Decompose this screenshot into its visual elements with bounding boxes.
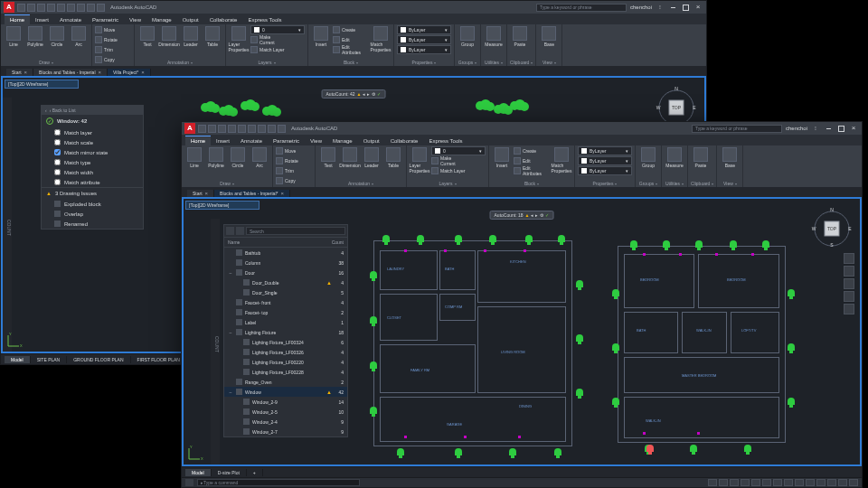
app-logo[interactable]: A (184, 123, 195, 134)
ribbon-btn-dimension[interactable]: Dimension (340, 146, 360, 177)
ribbon-btn-circle[interactable]: Circle (47, 25, 67, 56)
ribbon-btn-trim[interactable]: Trim (276, 166, 312, 175)
match-option[interactable]: Match type (42, 157, 143, 167)
share-icon[interactable]: ⁝ (656, 4, 665, 12)
ribbon-btn-move[interactable]: Move (276, 146, 312, 155)
ribbon-btn-create[interactable]: Create (514, 146, 550, 155)
window-minimize[interactable] (668, 4, 677, 12)
ribbon-btn-leader[interactable]: Leader (362, 146, 382, 177)
ribbon-btn-paste[interactable]: Paste (691, 146, 711, 177)
tree-row[interactable]: Window_2-9 14 (224, 397, 347, 407)
ribbon-tab-express-tools[interactable]: Express Tools (242, 14, 287, 24)
viewcube[interactable]: TOP N S W E (811, 206, 853, 248)
ribbon-btn-insert[interactable]: Insert (492, 146, 512, 177)
close-tab-icon[interactable]: × (99, 70, 102, 75)
count-palette-strip[interactable]: COUNT (211, 219, 220, 465)
ribbon-btn-measure[interactable]: Measure (484, 25, 504, 56)
ribbon-tab-home[interactable]: Home (5, 14, 30, 24)
layout-tab[interactable]: D-size Plot (212, 469, 247, 476)
ribbon-btn-arc[interactable]: Arc (69, 25, 89, 56)
status-bar-toggles[interactable] (708, 479, 858, 486)
ribbon-dropdown[interactable]: ByLayer▾ (578, 166, 632, 175)
tree-toolbar[interactable]: Search (224, 225, 347, 238)
ribbon-btn-polyline[interactable]: Polyline (206, 146, 226, 177)
quick-access-toolbar[interactable] (17, 4, 105, 12)
signed-in-user[interactable]: chenchoi (630, 5, 652, 10)
quick-access-toolbar[interactable] (198, 125, 286, 133)
tree-row[interactable]: Lighting Fixture_LF00220 4 (224, 357, 347, 367)
tree-search[interactable]: Search (246, 227, 345, 235)
close-tab-icon[interactable]: × (205, 191, 209, 196)
ribbon-tab-express-tools[interactable]: Express Tools (423, 136, 467, 145)
share-icon[interactable]: ⁝ (811, 125, 820, 133)
ribbon-tab-manage[interactable]: Manage (327, 136, 358, 145)
tree-row[interactable]: Door_Double ▲ 4 (224, 277, 347, 287)
close-tab-icon[interactable]: × (24, 70, 28, 75)
command-history-icon[interactable] (185, 479, 193, 486)
viewport-label[interactable]: [Top][2D Wireframe] (5, 80, 79, 89)
autocount-badge[interactable]: AutoCount: 18 ▲ ◂▸ ⚙ ✓ (490, 211, 554, 220)
ribbon-tab-collaborate[interactable]: Collaborate (204, 14, 243, 24)
navigation-bar[interactable] (844, 253, 854, 314)
ribbon-dropdown[interactable]: 0▾ (431, 146, 486, 155)
tree-row[interactable]: Bathtub 4 (224, 248, 347, 258)
help-search[interactable]: Type a keyword or phrase (692, 125, 782, 133)
ribbon-btn-move[interactable]: Move (95, 25, 131, 34)
ribbon-btn-edit[interactable]: Edit (333, 35, 369, 44)
viewport-label[interactable]: [Top][2D Wireframe] (185, 201, 259, 210)
ribbon-btn-trim[interactable]: Trim (95, 45, 131, 54)
tree-row[interactable]: Window_2-5 10 (224, 407, 347, 417)
window-maximize[interactable] (836, 125, 845, 133)
tree-row[interactable]: Lighting Fixture_LF00228 4 (224, 367, 347, 377)
ribbon-tab-parametric[interactable]: Parametric (87, 14, 124, 24)
ribbon-tab-annotate[interactable]: Annotate (54, 14, 87, 24)
ribbon-tab-manage[interactable]: Manage (146, 14, 177, 24)
layout-tab[interactable]: Model (185, 469, 212, 476)
file-tab[interactable]: Blocks and Tables - Imperial*× (214, 190, 290, 197)
ribbon-dropdown[interactable]: 0▾ (250, 25, 305, 34)
drawing-area[interactable]: [Top][2D Wireframe] AutoCount: 18 ▲ ◂▸ ⚙… (182, 197, 862, 466)
ribbon-btn-line[interactable]: Line (184, 146, 204, 177)
ribbon-btn-line[interactable]: Line (4, 25, 24, 56)
ribbon-tab-parametric[interactable]: Parametric (268, 136, 305, 145)
file-tab[interactable]: Blocks and Tables - Imperial× (33, 69, 108, 76)
ribbon-tab-insert[interactable]: Insert (30, 14, 54, 24)
tree-row[interactable]: Door_Single 5 (224, 287, 347, 297)
count-palette-strip[interactable]: COUNT (3, 98, 12, 352)
file-tab[interactable]: Villa Project*× (108, 69, 151, 76)
ribbon-btn-text[interactable]: Text (318, 146, 338, 177)
ribbon-btn-rotate[interactable]: Rotate (95, 35, 131, 44)
match-option[interactable]: Match width (42, 167, 143, 177)
ribbon-btn-copy[interactable]: Copy (95, 55, 131, 64)
match-option[interactable]: Match scale (42, 137, 143, 147)
ribbon-tab-view[interactable]: View (305, 136, 327, 145)
ribbon-tab-output[interactable]: Output (177, 14, 204, 24)
ribbon-btn-leader[interactable]: Leader (181, 25, 201, 56)
signed-in-user[interactable]: chenchoi (786, 126, 807, 131)
ribbon-btn-edit[interactable]: Edit (514, 156, 550, 165)
match-option[interactable]: Match mirror state (42, 147, 143, 157)
tree-row[interactable]: Label 1 (224, 317, 347, 327)
autocount-badge[interactable]: AutoCount: 42 ▲ ◂▸ ⚙ ✓ (322, 89, 386, 99)
ribbon-btn-rotate[interactable]: Rotate (276, 156, 312, 165)
ribbon-btn-dimension[interactable]: Dimension (159, 25, 179, 56)
ribbon-btn-edit-attributes[interactable]: Edit Attributes (514, 166, 550, 175)
tree-row[interactable]: Faucet- front 4 (224, 297, 347, 307)
drawing-issue[interactable]: Renamed (42, 219, 143, 229)
ribbon-dropdown[interactable]: ByLayer▾ (578, 156, 632, 165)
ribbon-btn-table[interactable]: Table (203, 25, 222, 56)
ribbon-tab-collaborate[interactable]: Collaborate (385, 136, 424, 145)
ribbon-btn-text[interactable]: Text (137, 25, 157, 56)
ribbon-tab-view[interactable]: View (124, 14, 146, 24)
ribbon-btn-edit-attributes[interactable]: Edit Attributes (333, 45, 369, 54)
tree-row[interactable]: Window_2-4 9 (224, 417, 347, 427)
ribbon-btn-circle[interactable]: Circle (228, 146, 248, 177)
file-tab[interactable]: Start× (6, 69, 33, 76)
ribbon-tab-annotate[interactable]: Annotate (235, 136, 268, 145)
ribbon-dropdown[interactable]: ByLayer▾ (397, 45, 451, 54)
tree-row[interactable]: – Lighting Fixture 18 (224, 327, 347, 337)
tree-row[interactable]: Range_Oven 2 (224, 377, 347, 387)
tree-row[interactable]: Faucet- top 2 (224, 307, 347, 317)
file-tab[interactable]: Start× (187, 190, 214, 197)
tree-row[interactable]: Window_2-7 9 (224, 427, 347, 436)
